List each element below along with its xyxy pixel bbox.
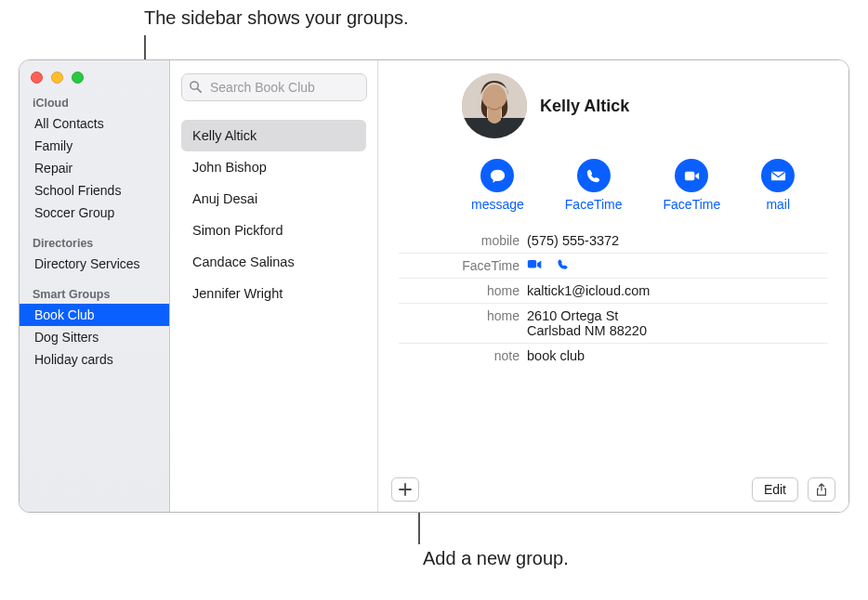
field-row: home2610 Ortega StCarlsbad NM 88220: [399, 303, 828, 343]
zoom-window-button[interactable]: [72, 72, 84, 84]
action-label: FaceTime: [565, 197, 623, 212]
add-button[interactable]: [391, 477, 419, 502]
list-item[interactable]: Jennifer Wright: [181, 278, 366, 309]
avatar: [462, 73, 527, 138]
field-label: note: [399, 348, 519, 363]
contacts-window: iCloudAll ContactsFamilyRepairSchool Fri…: [19, 59, 849, 513]
action-label: mail: [766, 197, 790, 212]
contact-name: Kelly Altick: [540, 97, 629, 116]
list-item[interactable]: Anuj Desai: [181, 183, 366, 215]
callout-line-bottom: [418, 513, 420, 544]
list-item[interactable]: Candace Salinas: [181, 246, 366, 278]
action-label: FaceTime: [664, 197, 721, 212]
callout-bottom: Add a new group.: [423, 548, 569, 569]
field-row: homekaltick1@icloud.com: [399, 278, 828, 303]
sidebar-section-header: iCloud: [20, 93, 169, 112]
contact-list-pane: Kelly AltickJohn BishopAnuj DesaiSimon P…: [170, 60, 378, 512]
contact-detail-pane: Kelly Altick messageFaceTimeFaceTimemail…: [378, 60, 848, 512]
field-value: book club: [527, 348, 828, 363]
share-icon: [815, 483, 828, 496]
sidebar-item[interactable]: Soccer Group: [20, 202, 169, 224]
field-value: (575) 555-3372: [527, 233, 828, 248]
action-label: message: [471, 197, 524, 212]
svg-rect-6: [528, 260, 536, 268]
plus-icon: [399, 483, 412, 496]
action-FaceTime[interactable]: FaceTime: [664, 159, 721, 212]
list-item[interactable]: Kelly Altick: [181, 120, 366, 151]
window-controls: [20, 66, 169, 93]
field-label: mobile: [399, 233, 519, 248]
edit-button[interactable]: Edit: [752, 477, 798, 502]
sidebar-item[interactable]: All Contacts: [20, 112, 169, 135]
action-mail[interactable]: mail: [761, 159, 795, 212]
svg-rect-5: [685, 171, 694, 180]
field-value: kaltick1@icloud.com: [527, 283, 828, 298]
bottom-toolbar: Edit: [378, 467, 848, 512]
contact-header: Kelly Altick: [399, 73, 828, 138]
field-value: [527, 258, 828, 271]
field-row: notebook club: [399, 343, 828, 368]
mail-icon: [761, 159, 795, 192]
phone-icon: [577, 159, 611, 192]
search-input[interactable]: [181, 73, 367, 101]
contact-list: Kelly AltickJohn BishopAnuj DesaiSimon P…: [181, 120, 366, 309]
share-button[interactable]: [808, 477, 835, 502]
sidebar-item[interactable]: Dog Sitters: [20, 326, 169, 348]
sidebar-item[interactable]: Book Club: [20, 304, 169, 326]
search-icon: [189, 80, 203, 94]
sidebar-item[interactable]: Directory Services: [20, 253, 169, 275]
video-icon: [675, 159, 708, 192]
field-value: 2610 Ortega StCarlsbad NM 88220: [527, 308, 828, 338]
sidebar-section-header: Smart Groups: [20, 284, 169, 304]
sidebar-item[interactable]: Repair: [20, 157, 169, 179]
field-label: FaceTime: [399, 258, 519, 273]
sidebar-item[interactable]: Holiday cards: [20, 348, 169, 371]
sidebar-item[interactable]: School Friends: [20, 179, 169, 202]
list-item[interactable]: Simon Pickford: [181, 215, 366, 246]
search-field-wrapper: [181, 73, 367, 101]
phone-icon[interactable]: [555, 258, 571, 271]
callout-top: The sidebar shows your groups.: [144, 7, 409, 29]
sidebar: iCloudAll ContactsFamilyRepairSchool Fri…: [20, 60, 170, 512]
action-FaceTime[interactable]: FaceTime: [565, 159, 623, 212]
field-label: home: [399, 283, 519, 298]
action-row: messageFaceTimeFaceTimemail: [471, 159, 828, 212]
list-item[interactable]: John Bishop: [181, 151, 366, 183]
sidebar-item[interactable]: Family: [20, 135, 169, 157]
field-row: mobile(575) 555-3372: [399, 228, 828, 253]
minimize-window-button[interactable]: [51, 72, 63, 84]
svg-line-1: [198, 89, 202, 93]
action-message[interactable]: message: [471, 159, 524, 212]
field-label: home: [399, 308, 519, 323]
field-row: FaceTime: [399, 253, 828, 278]
close-window-button[interactable]: [31, 72, 43, 84]
message-icon: [480, 159, 514, 192]
video-icon[interactable]: [527, 258, 543, 271]
contact-fields: mobile(575) 555-3372FaceTimehomekaltick1…: [399, 228, 828, 368]
sidebar-section-header: Directories: [20, 233, 169, 253]
